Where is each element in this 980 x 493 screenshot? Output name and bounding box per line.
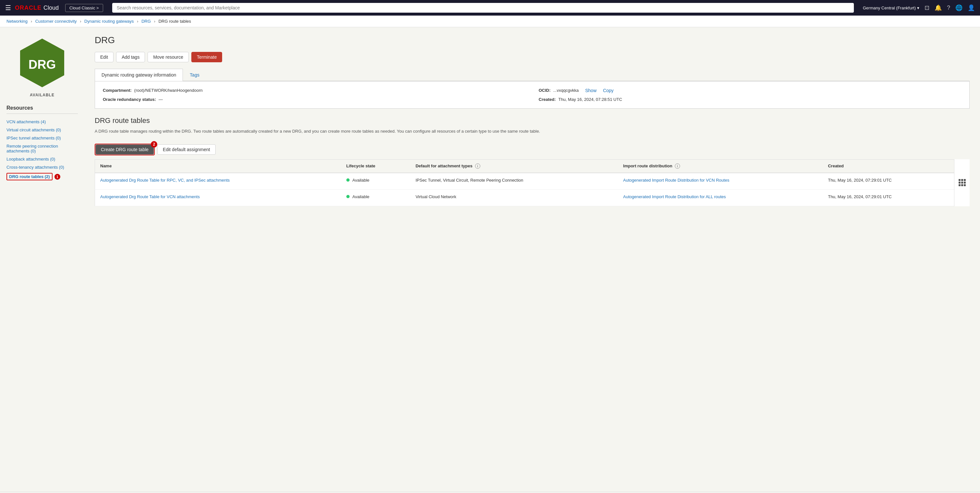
row2-import: Autogenerated Import Route Distribution … bbox=[618, 190, 823, 206]
sidebar-item-ipsec-attachments[interactable]: IPSec tunnel attachments (0) bbox=[6, 134, 78, 142]
row2-lifecycle: Available bbox=[341, 190, 410, 206]
row1-created: Thu, May 16, 2024, 07:29:01 UTC bbox=[823, 173, 953, 190]
info-card: Compartment: (root)/NETWORK/IwanHoogendo… bbox=[95, 81, 970, 109]
breadcrumb-current: DRG route tables bbox=[159, 19, 191, 24]
sidebar-badge-1: 1 bbox=[54, 174, 60, 180]
col-import-info-icon[interactable]: i bbox=[675, 164, 680, 169]
breadcrumb-dynamic-routing-gateways[interactable]: Dynamic routing gateways bbox=[84, 19, 134, 24]
cloud-classic-button[interactable]: Cloud Classic > bbox=[65, 4, 103, 12]
sidebar-item-cross-tenancy-attachments[interactable]: Cross-tenancy attachments (0) bbox=[6, 163, 78, 171]
edit-button[interactable]: Edit bbox=[95, 52, 113, 62]
row1-status-dot bbox=[346, 178, 350, 181]
tab-drg-info[interactable]: Dynamic routing gateway information bbox=[95, 69, 183, 81]
main-layout: DRG AVAILABLE Resources VCN attachments … bbox=[0, 27, 980, 492]
create-button-badge: 2 bbox=[151, 141, 157, 148]
ocid-copy-link[interactable]: Copy bbox=[603, 88, 614, 93]
oracle-logo: ORACLE Cloud bbox=[15, 5, 59, 11]
tab-tags[interactable]: Tags bbox=[183, 69, 206, 81]
row1-import-link[interactable]: Autogenerated Import Route Distribution … bbox=[623, 178, 729, 183]
sidebar-resources-title: Resources bbox=[6, 105, 78, 111]
breadcrumb: Networking › Customer connectivity › Dyn… bbox=[0, 16, 980, 27]
drg-hexagon-icon: DRG bbox=[16, 37, 68, 89]
table-action-bar: Create DRG route table 2 Edit default as… bbox=[95, 140, 970, 159]
sidebar-divider bbox=[6, 113, 78, 114]
page-title: DRG bbox=[95, 35, 970, 45]
row2-created: Thu, May 16, 2024, 07:29:01 UTC bbox=[823, 190, 953, 206]
move-resource-button[interactable]: Move resource bbox=[148, 52, 189, 62]
nav-right: Germany Central (Frankfurt) ▾ ⊡ 🔔 ? 🌐 👤 bbox=[863, 4, 975, 11]
row2-import-link[interactable]: Autogenerated Import Route Distribution … bbox=[623, 194, 726, 199]
table-body: Autogenerated Drg Route Table for RPC, V… bbox=[95, 173, 970, 206]
col-lifecycle: Lifecycle state bbox=[341, 159, 410, 173]
columns-settings-icon[interactable] bbox=[954, 159, 970, 207]
footer: Terms of Use and Privacy Cookie Preferen… bbox=[0, 492, 980, 493]
help-icon[interactable]: ? bbox=[947, 5, 950, 11]
create-btn-highlight-wrapper: Create DRG route table 2 bbox=[95, 144, 155, 155]
sidebar-links: VCN attachments (4) Virtual circuit atta… bbox=[6, 118, 78, 182]
table-header: Name Lifecycle state Default for attachm… bbox=[95, 159, 970, 173]
action-bar: Edit Add tags Move resource Terminate bbox=[95, 52, 970, 62]
create-drg-route-table-button[interactable]: Create DRG route table bbox=[95, 144, 154, 155]
sidebar-item-loopback-attachments[interactable]: Loopback attachments (0) bbox=[6, 155, 78, 163]
col-import: Import route distribution i bbox=[618, 159, 823, 173]
sidebar: DRG AVAILABLE Resources VCN attachments … bbox=[0, 27, 84, 492]
hamburger-icon[interactable]: ☰ bbox=[5, 4, 11, 12]
info-ocid: OCID: ...vxqqcgvkka Show Copy bbox=[539, 88, 961, 93]
sidebar-item-drg-route-tables[interactable]: DRG route tables (2) bbox=[9, 174, 50, 179]
sidebar-item-rpc-attachments[interactable]: Remote peering connectionattachments (0) bbox=[6, 142, 78, 155]
row1-name-link[interactable]: Autogenerated Drg Route Table for RPC, V… bbox=[100, 178, 230, 183]
info-created: Created: Thu, May 16, 2024, 07:28:51 UTC bbox=[539, 97, 961, 102]
top-nav: ☰ ORACLE Cloud Cloud Classic > Germany C… bbox=[0, 0, 980, 16]
row1-import: Autogenerated Import Route Distribution … bbox=[618, 173, 823, 190]
table-row: Autogenerated Drg Route Table for VCN at… bbox=[95, 190, 970, 206]
row1-default: IPSec Tunnel, Virtual Circuit, Remote Pe… bbox=[410, 173, 618, 190]
col-name: Name bbox=[95, 159, 341, 173]
breadcrumb-networking[interactable]: Networking bbox=[6, 19, 27, 24]
col-created: Created bbox=[823, 159, 953, 173]
region-selector[interactable]: Germany Central (Frankfurt) ▾ bbox=[863, 5, 920, 10]
breadcrumb-drg[interactable]: DRG bbox=[142, 19, 151, 24]
row2-name-link[interactable]: Autogenerated Drg Route Table for VCN at… bbox=[100, 194, 200, 199]
row2-default: Virtual Cloud Network bbox=[410, 190, 618, 206]
route-tables-title: DRG route tables bbox=[95, 116, 970, 125]
col-default-info-icon[interactable]: i bbox=[475, 164, 480, 169]
col-default: Default for attachment types i bbox=[410, 159, 618, 173]
add-tags-button[interactable]: Add tags bbox=[116, 52, 145, 62]
bell-icon[interactable]: 🔔 bbox=[935, 4, 942, 11]
row1-lifecycle: Available bbox=[341, 173, 410, 190]
sidebar-item-drg-route-tables-highlight: DRG route tables (2) bbox=[6, 173, 52, 180]
table-row: Autogenerated Drg Route Table for RPC, V… bbox=[95, 173, 970, 190]
route-tables-desc: A DRG route table manages routing within… bbox=[95, 128, 970, 135]
row2-name: Autogenerated Drg Route Table for VCN at… bbox=[95, 190, 341, 206]
col-actions bbox=[953, 159, 970, 173]
info-redundancy: Oracle redundancy status: — bbox=[103, 97, 526, 102]
sidebar-item-virtual-circuit-attachments[interactable]: Virtual circuit attachments (0) bbox=[6, 126, 78, 134]
search-input[interactable] bbox=[112, 3, 854, 13]
main-content: DRG Edit Add tags Move resource Terminat… bbox=[84, 27, 980, 492]
breadcrumb-customer-connectivity[interactable]: Customer connectivity bbox=[35, 19, 77, 24]
ocid-show-link[interactable]: Show bbox=[585, 88, 597, 93]
row2-status-dot bbox=[346, 195, 350, 198]
route-tables-table: Name Lifecycle state Default for attachm… bbox=[95, 159, 970, 207]
drg-status: AVAILABLE bbox=[30, 93, 54, 97]
user-icon[interactable]: 👤 bbox=[968, 4, 975, 11]
terminate-button[interactable]: Terminate bbox=[191, 52, 222, 62]
edit-default-assignment-button[interactable]: Edit default assignment bbox=[157, 144, 216, 155]
svg-text:DRG: DRG bbox=[29, 58, 56, 72]
console-icon[interactable]: ⊡ bbox=[924, 4, 929, 11]
sidebar-item-vcn-attachments[interactable]: VCN attachments (4) bbox=[6, 118, 78, 126]
info-compartment: Compartment: (root)/NETWORK/IwanHoogendo… bbox=[103, 88, 526, 93]
globe-icon[interactable]: 🌐 bbox=[955, 4, 963, 11]
row1-name: Autogenerated Drg Route Table for RPC, V… bbox=[95, 173, 341, 190]
route-tables-table-wrapper: Name Lifecycle state Default for attachm… bbox=[95, 159, 970, 207]
info-grid: Compartment: (root)/NETWORK/IwanHoogendo… bbox=[103, 88, 961, 102]
tab-bar: Dynamic routing gateway information Tags bbox=[95, 69, 970, 81]
sidebar-item-drg-route-tables-container: DRG route tables (2) 1 bbox=[6, 171, 78, 182]
